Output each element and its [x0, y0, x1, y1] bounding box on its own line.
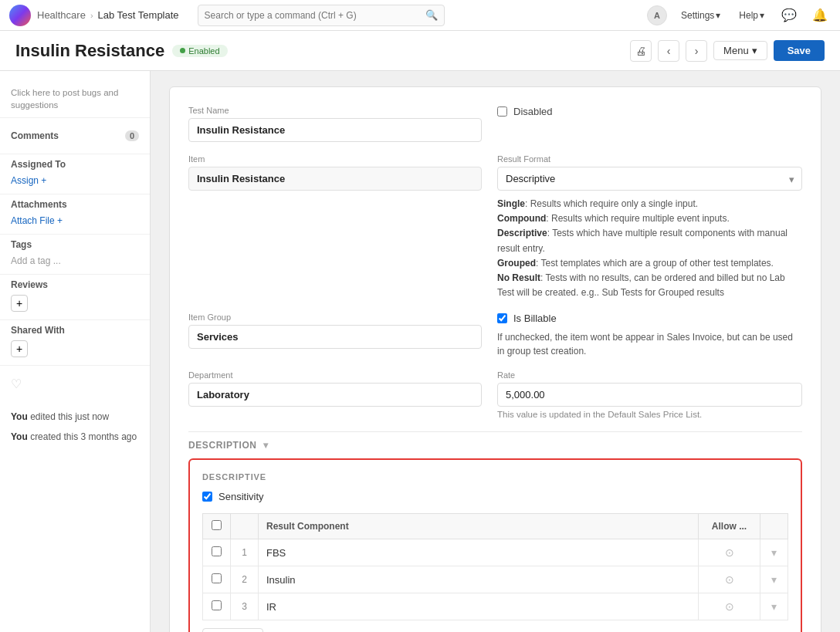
form-card: Test Name Disabled Item Insulin Resistan…: [169, 86, 821, 632]
attach-file-link[interactable]: Attach File +: [11, 215, 63, 226]
add-tag-text[interactable]: Add a tag ...: [11, 255, 61, 266]
col-header-num: [231, 514, 259, 539]
row-allow-cell: ⊙: [699, 593, 760, 620]
row-checkbox[interactable]: [212, 600, 222, 610]
test-name-col: Test Name: [188, 106, 482, 142]
top-navigation: Healthcare › Lab Test Template 🔍 A Setti…: [0, 0, 840, 31]
row-action-cell: ▾: [760, 566, 788, 593]
chat-icon[interactable]: 💬: [778, 5, 800, 25]
item-value: Insulin Resistance: [188, 167, 482, 191]
activity-1-text: edited this just now: [30, 411, 109, 422]
assign-link[interactable]: Assign +: [11, 175, 46, 186]
disabled-checkbox-row: Disabled: [497, 106, 802, 117]
page-title-area: Insulin Resistance Enabled: [15, 41, 228, 61]
table-row: 3 IR ⊙ ▾: [203, 593, 788, 620]
test-name-input[interactable]: [188, 118, 482, 142]
item-group-input[interactable]: [188, 325, 482, 349]
page-header: Insulin Resistance Enabled 🖨 ‹ › Menu ▾ …: [0, 31, 840, 71]
menu-chevron-icon: ▾: [752, 45, 757, 56]
row-checkbox[interactable]: [212, 573, 222, 583]
row-allow-cell: ⊙: [699, 566, 760, 593]
sidebar-comments-title: Comments 0: [11, 130, 139, 141]
status-dot: [180, 48, 185, 53]
search-icon: 🔍: [425, 9, 438, 21]
row-number: 2: [231, 566, 259, 593]
disabled-label: Disabled: [513, 106, 553, 117]
result-table-header: Result Component Allow ...: [203, 514, 788, 539]
disabled-checkbox[interactable]: [497, 106, 507, 117]
bell-icon[interactable]: 🔔: [809, 5, 831, 25]
main-layout: Click here to post bugs and suggestions …: [0, 71, 840, 632]
billable-checkbox[interactable]: [497, 313, 507, 323]
row-dropdown-btn[interactable]: ▾: [770, 572, 778, 587]
sidebar-assigned-section: Assigned To Assign +: [0, 154, 150, 194]
descriptive-section-label: DESCRIPTIVE: [202, 472, 788, 482]
search-input[interactable]: [205, 10, 425, 21]
allow-icon-btn[interactable]: ⊙: [723, 545, 736, 560]
activity-item-1: You edited this just now: [11, 410, 139, 424]
item-group-label: Item Group: [188, 313, 482, 322]
result-format-select[interactable]: Descriptive Single Compound Grouped No R…: [497, 167, 802, 191]
row-dropdown-btn[interactable]: ▾: [770, 545, 778, 560]
col-header-allow: Allow ...: [699, 514, 760, 539]
activity-section: You edited this just now You created thi…: [0, 402, 150, 458]
sidebar-reviews-section: Reviews +: [0, 275, 150, 320]
print-button[interactable]: 🖨: [630, 40, 652, 62]
table-row: 2 Insulin ⊙ ▾: [203, 566, 788, 593]
save-button[interactable]: Save: [774, 40, 825, 61]
row-check-cell: [203, 566, 231, 593]
row-number: 3: [231, 593, 259, 620]
breadcrumb-parent[interactable]: Healthcare: [37, 9, 86, 21]
menu-button[interactable]: Menu ▾: [713, 41, 767, 60]
row-dropdown-btn[interactable]: ▾: [770, 599, 778, 614]
row-component-name: Insulin: [259, 566, 699, 593]
rate-input[interactable]: [497, 383, 802, 407]
sidebar-attachments-section: Attachments Attach File +: [0, 194, 150, 235]
add-shared-button[interactable]: +: [11, 340, 28, 357]
sensitivity-checkbox[interactable]: [202, 492, 212, 502]
help-button[interactable]: Help ▾: [734, 7, 769, 24]
sidebar-tags-title: Tags: [11, 239, 139, 250]
bug-link[interactable]: Click here to post bugs and suggestions: [0, 80, 150, 118]
nav-back-button[interactable]: ‹: [658, 40, 679, 62]
department-col: Department: [188, 370, 482, 419]
col-header-check: [203, 514, 231, 539]
activity-item-2: You created this 3 months ago: [11, 430, 139, 444]
settings-chevron-icon: ▾: [716, 10, 720, 21]
sidebar-shared-section: Shared With +: [0, 320, 150, 366]
search-bar[interactable]: 🔍: [198, 5, 445, 26]
breadcrumb-current[interactable]: Lab Test Template: [98, 9, 179, 21]
heart-icon[interactable]: ♡: [0, 366, 150, 402]
sidebar-reviews-title: Reviews: [11, 279, 139, 290]
settings-button[interactable]: Settings ▾: [676, 7, 725, 24]
row-allow-cell: ⊙: [699, 539, 760, 566]
desc-grouped-bold: Grouped: [497, 258, 536, 269]
allow-icon-btn[interactable]: ⊙: [723, 572, 736, 587]
desc-single-bold: Single: [497, 198, 525, 209]
row-number: 1: [231, 539, 259, 566]
description-section-header[interactable]: DESCRIPTION ▾: [188, 431, 802, 458]
nav-forward-button[interactable]: ›: [686, 40, 707, 62]
add-review-button[interactable]: +: [11, 295, 28, 312]
add-row-button[interactable]: Add Row: [202, 628, 263, 632]
row-action-cell: ▾: [760, 539, 788, 566]
activity-2-text: created this 3 months ago: [30, 431, 137, 442]
item-col: Item Insulin Resistance: [188, 154, 482, 300]
avatar: A: [647, 5, 667, 25]
select-all-checkbox[interactable]: [212, 520, 222, 530]
page-title: Insulin Resistance: [15, 41, 164, 61]
result-format-label: Result Format: [497, 154, 802, 164]
descriptive-card: DESCRIPTIVE Sensitivity Result Component: [188, 458, 802, 632]
sidebar: Click here to post bugs and suggestions …: [0, 71, 151, 632]
sensitivity-row: Sensitivity: [202, 491, 788, 502]
form-row-4: Department Rate This value is updated in…: [188, 370, 802, 419]
sidebar-shared-title: Shared With: [11, 325, 139, 336]
rate-hint: This value is updated in the Default Sal…: [497, 410, 802, 419]
row-check-cell: [203, 539, 231, 566]
allow-icon-btn[interactable]: ⊙: [723, 599, 736, 614]
row-checkbox[interactable]: [212, 546, 222, 556]
col-header-result-component: Result Component: [259, 514, 699, 539]
sidebar-attachments-title: Attachments: [11, 199, 139, 210]
desc-compound-bold: Compound: [497, 213, 546, 224]
department-input[interactable]: [188, 383, 482, 407]
